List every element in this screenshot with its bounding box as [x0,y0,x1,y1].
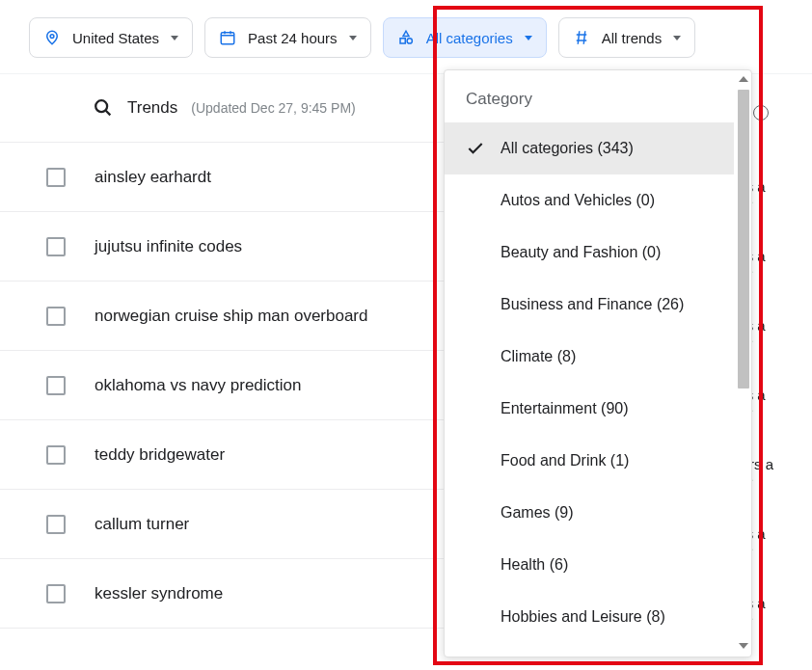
category-option-label: Autos and Vehicles (0) [501,192,655,209]
category-option[interactable]: All categories (343) [445,122,734,174]
svg-point-0 [50,35,54,39]
category-option-label: Business and Finance (26) [501,296,684,313]
trend-term: teddy bridgewater [95,445,225,465]
shapes-icon [397,29,415,46]
hash-icon [573,29,590,46]
trend-term: jujutsu infinite codes [95,237,242,256]
caret-down-icon [349,36,357,40]
calendar-icon [219,29,236,46]
check-icon [466,139,501,158]
scroll-thumb[interactable] [738,90,749,389]
category-option[interactable]: Climate (8) [445,331,734,383]
info-icon[interactable]: i [753,105,769,121]
trends-chip-label: All trends [602,30,663,46]
time-chip[interactable]: Past 24 hours [204,17,371,58]
category-option-label: Climate (8) [501,348,576,365]
trends-title: Trends [127,98,177,118]
category-option[interactable]: Games (9) [445,487,734,539]
category-option-label: Games (9) [501,504,574,522]
svg-rect-1 [221,33,234,44]
dropdown-title: Category [445,70,734,122]
location-chip-label: United States [72,30,159,46]
category-option[interactable]: Autos and Vehicles (0) [445,174,734,227]
row-checkbox[interactable] [46,445,66,465]
category-option[interactable]: Entertainment (90) [445,383,734,435]
category-chip-label: All categories [426,30,513,46]
trend-term: norwegian cruise ship man overboard [95,307,368,326]
caret-down-icon [171,36,178,40]
trends-updated: (Updated Dec 27, 9:45 PM) [191,100,355,116]
location-pin-icon [43,29,61,46]
svg-point-4 [95,100,107,112]
svg-point-3 [407,39,412,43]
row-checkbox[interactable] [46,168,66,187]
filter-bar: United States Past 24 hours All categori… [0,0,812,73]
category-option-label: All categories (343) [501,140,634,157]
category-option[interactable]: Hobbies and Leisure (8) [445,591,734,643]
time-chip-label: Past 24 hours [248,30,338,46]
trends-chip[interactable]: All trends [558,17,696,58]
category-option[interactable]: Business and Finance (26) [445,279,734,331]
scroll-down-icon [739,643,748,649]
caret-down-icon [673,36,681,40]
caret-down-icon [525,36,532,40]
row-checkbox[interactable] [46,584,66,603]
category-chip[interactable]: All categories [383,17,547,58]
trend-term: ainsley earhardt [95,168,211,187]
row-checkbox[interactable] [46,515,66,534]
search-icon [93,97,114,119]
category-option-label: Food and Drink (1) [501,452,629,469]
row-checkbox[interactable] [46,237,66,256]
svg-rect-2 [400,39,405,43]
category-option-label: Health (6) [501,556,568,574]
category-dropdown: Category All categories (343)Autos and V… [444,69,752,657]
category-option-label: Entertainment (90) [501,400,629,417]
trend-term: oklahoma vs navy prediction [95,376,302,395]
row-checkbox[interactable] [46,307,66,326]
category-option[interactable]: Food and Drink (1) [445,435,734,487]
trend-term: kessler syndrome [95,584,223,603]
dropdown-scrollbar[interactable] [736,74,751,653]
scroll-up-icon [739,76,748,82]
category-option-label: Beauty and Fashion (0) [501,244,661,261]
location-chip[interactable]: United States [29,17,193,58]
trend-term: callum turner [95,515,189,534]
category-option-label: Hobbies and Leisure (8) [501,608,665,626]
category-option[interactable]: Beauty and Fashion (0) [445,227,734,279]
row-checkbox[interactable] [46,376,66,395]
category-option[interactable]: Health (6) [445,539,734,591]
